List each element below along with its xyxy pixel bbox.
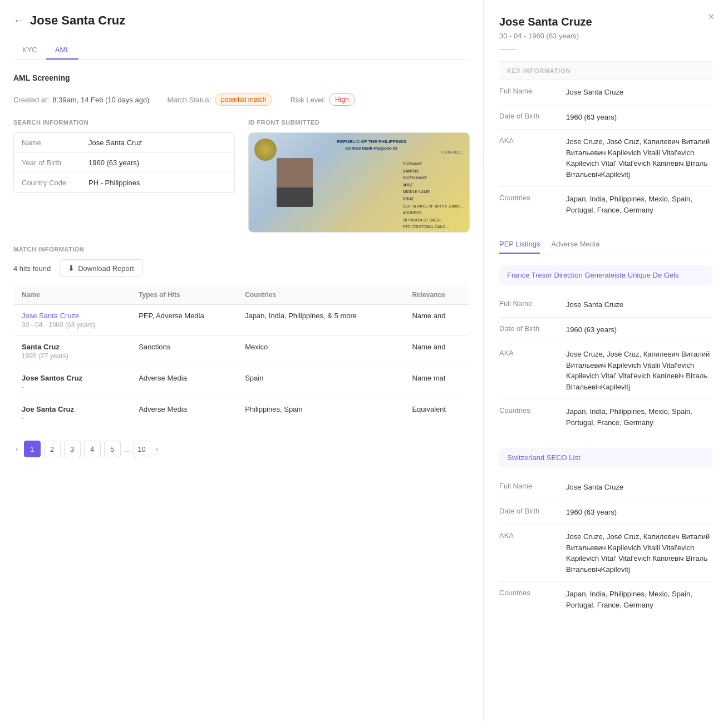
result-countries-2: Mexico: [237, 336, 404, 367]
detail-name: Jose Santa Cruze: [499, 16, 712, 28]
result-sub-1: 30 - 04 - 1960 (63 years): [22, 321, 123, 329]
result-countries-3: Spain: [237, 367, 404, 398]
info-row-name: Name Jose Santa Cruz: [14, 133, 234, 153]
listing-key-fullname-1: Full Name: [499, 299, 566, 310]
id-image-inner: REPUBLIC OF THE PHILIPPINES Unified Mult…: [249, 133, 469, 232]
listing-key-aka-1: AKA: [499, 349, 566, 392]
detail-val-dob: 1960 (63 years): [566, 112, 617, 123]
download-report-button[interactable]: ⬇ Download Report: [60, 259, 142, 277]
risk-level: Risk Level: High: [290, 93, 355, 106]
detail-val-fullname: Jose Santa Cruze: [566, 87, 623, 98]
detail-dob: 30 - 04 - 1960 (63 years): [499, 32, 712, 40]
listing-val-countries-2: Japan, India, Philippines, Mexio, Spain,…: [566, 589, 712, 610]
page-btn-10[interactable]: 10: [134, 441, 150, 457]
listing-entry-2: Switzerland SECO List Full Name Jose San…: [499, 448, 712, 617]
listing-row-countries-2: Countries Japan, India, Philippines, Mex…: [499, 582, 712, 617]
result-types-4: Adverse Media: [131, 398, 237, 429]
listing-val-fullname-1: Jose Santa Cruze: [566, 299, 623, 310]
result-relevance-2: Name and: [404, 336, 469, 367]
listing-key-countries-1: Countries: [499, 406, 566, 428]
id-header-text: REPUBLIC OF THE PHILIPPINES Unified Mult…: [279, 139, 464, 152]
page-btn-3[interactable]: 3: [64, 441, 81, 457]
result-name-link-1[interactable]: Jose Santa Cruze: [22, 312, 79, 320]
listing-table-2: Full Name Jose Santa Cruze Date of Birth…: [499, 475, 712, 617]
tab-bar: KYC AML: [13, 41, 470, 60]
search-info-section: SEARCH INFORMATION Name Jose Santa Cruz …: [13, 119, 235, 233]
result-countries-4: Philippines, Spain: [237, 398, 404, 429]
listing-key-aka-2: AKA: [499, 531, 566, 575]
created-value: 8:39am, 14 Feb (10 days ago): [52, 96, 149, 104]
id-image: REPUBLIC OF THE PHILIPPINES Unified Mult…: [248, 132, 470, 233]
listing-key-dob-2: Date of Birth: [499, 507, 566, 518]
detail-key-dob: Date of Birth: [499, 112, 566, 123]
pagination: ‹ 1 2 3 4 5 ... 10 ›: [13, 441, 470, 457]
listing-row-countries-1: Countries Japan, India, Philippines, Mex…: [499, 399, 712, 434]
page-btn-5[interactable]: 5: [104, 441, 121, 457]
page-btn-4[interactable]: 4: [84, 441, 101, 457]
info-val-country: PH - Philippines: [88, 179, 140, 187]
results-table: Name Types of Hits Countries Relevance J…: [13, 285, 470, 429]
listing-row-aka-1: AKA Jose Cruze, José Cruz, Капилевич Вит…: [499, 342, 712, 399]
pagination-prev[interactable]: ‹: [13, 442, 21, 456]
result-name-4: Joe Santa Cruz: [22, 405, 74, 413]
search-id-section: SEARCH INFORMATION Name Jose Santa Cruz …: [13, 119, 470, 233]
risk-level-badge: High: [329, 93, 355, 106]
back-button[interactable]: ←: [13, 15, 23, 27]
table-row: Joe Santa Cruz - Adverse Media Philippin…: [14, 398, 470, 429]
info-key-dob: Year of Birth: [22, 159, 88, 167]
listing-key-countries-2: Countries: [499, 589, 566, 610]
col-countries: Countries: [237, 285, 404, 305]
table-row: Jose Santa Cruze 30 - 04 - 1960 (63 year…: [14, 305, 470, 336]
tab-aml[interactable]: AML: [46, 41, 79, 60]
result-relevance-3: Name mat: [404, 367, 469, 398]
result-countries-1: Japan, India, Philippines, & 5 more: [237, 305, 404, 336]
match-status-badge: potential match: [215, 93, 272, 106]
result-name-cell-3: Jose Santos Cruz -: [14, 367, 131, 398]
listing-row-aka-2: AKA Jose Cruze, José Cruz, Капилевич Вит…: [499, 525, 712, 582]
result-relevance-4: Equivalent: [404, 398, 469, 429]
listing-source-2[interactable]: Switzerland SECO List: [499, 448, 712, 467]
created-label: Created at:: [13, 96, 49, 104]
result-relevance-1: Name and: [404, 305, 469, 336]
id-crn: CRN-002...: [441, 150, 464, 155]
result-name-cell-1: Jose Santa Cruze 30 - 04 - 1960 (63 year…: [14, 305, 131, 336]
pagination-next[interactable]: ›: [154, 442, 161, 456]
detail-key-countries: Countries: [499, 194, 566, 215]
result-sub-4: -: [22, 414, 123, 422]
tab-kyc[interactable]: KYC: [13, 41, 46, 60]
listing-val-aka-2: Jose Cruze, José Cruz, Капилевич Виталий…: [566, 531, 712, 575]
page-btn-2[interactable]: 2: [44, 441, 61, 457]
close-button[interactable]: ×: [704, 9, 719, 24]
detail-row-dob: Date of Birth 1960 (63 years): [499, 105, 712, 130]
page-btn-1[interactable]: 1: [24, 441, 41, 457]
result-sub-2: 1995 (27 years): [22, 352, 123, 360]
info-val-name: Jose Santa Cruz: [88, 139, 142, 147]
tab-pep-listings[interactable]: PEP Listings: [499, 235, 540, 254]
listing-source-1[interactable]: France Tresor Direction Generaleiste Uni…: [499, 265, 712, 285]
info-row-country: Country Code PH - Philippines: [14, 173, 234, 192]
result-types-1: PEP, Adverse Media: [131, 305, 237, 336]
result-name-2: Santa Cruz: [22, 343, 60, 351]
detail-val-aka: Jose Cruze, José Cruz, Капилевич Виталий…: [566, 136, 712, 180]
page-header: ← Jose Santa Cruz: [13, 13, 470, 28]
result-types-3: Adverse Media: [131, 367, 237, 398]
page-ellipsis: ...: [124, 445, 130, 453]
page-title: Jose Santa Cruz: [30, 13, 125, 28]
risk-level-label: Risk Level:: [290, 96, 326, 104]
result-types-2: Sanctions: [131, 336, 237, 367]
col-name: Name: [14, 285, 131, 305]
detail-row-aka: AKA Jose Cruze, José Cruz, Капилевич Вит…: [499, 130, 712, 187]
result-sub-3: -: [22, 383, 123, 391]
info-key-country: Country Code: [22, 179, 88, 187]
info-val-dob: 1960 (63 years): [88, 159, 139, 167]
listing-val-aka-1: Jose Cruze, José Cruz, Капилевич Виталий…: [566, 349, 712, 392]
tab-adverse-media[interactable]: Adverse Media: [551, 235, 599, 254]
id-front-section: ID FRONT SUBMITTED REPUBLIC OF THE PHILI…: [248, 119, 470, 233]
col-types: Types of Hits: [131, 285, 237, 305]
key-info-header: KEY INFORMATION: [499, 61, 712, 80]
match-info-label: MATCH INFORMATION: [13, 246, 470, 253]
meta-row: Created at: 8:39am, 14 Feb (10 days ago)…: [13, 93, 470, 106]
result-name-cell-2: Santa Cruz 1995 (27 years): [14, 336, 131, 367]
id-photo: [277, 158, 313, 207]
search-info-label: SEARCH INFORMATION: [13, 119, 235, 126]
